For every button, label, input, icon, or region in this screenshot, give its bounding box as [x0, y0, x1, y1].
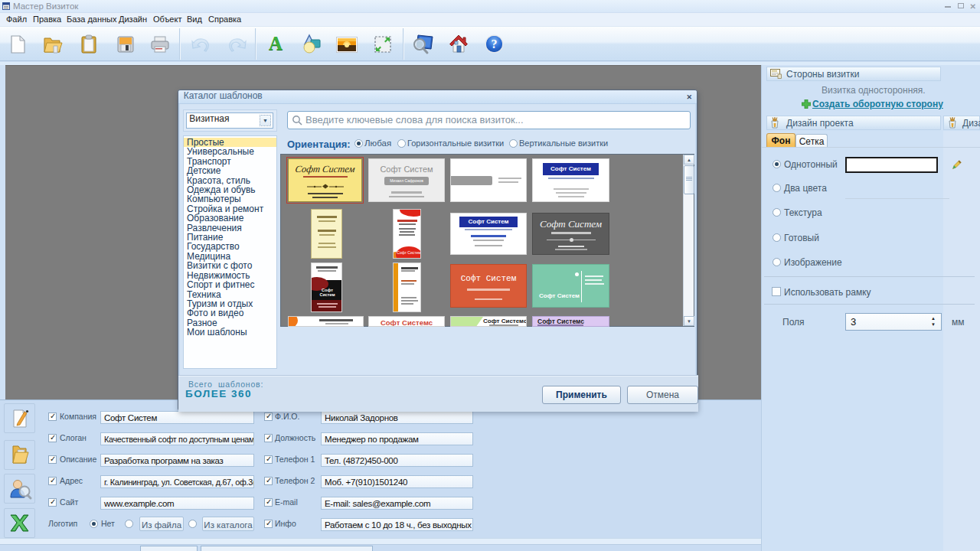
svg-text:?: ? — [492, 37, 498, 51]
